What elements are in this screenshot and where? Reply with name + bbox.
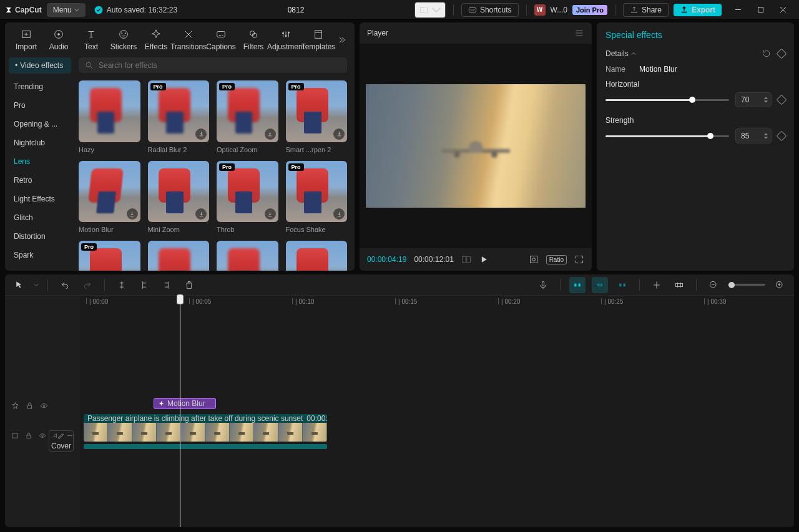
category-pro[interactable]: Pro xyxy=(5,96,75,115)
chevron-down-icon[interactable] xyxy=(34,283,39,288)
audio-strip[interactable] xyxy=(84,444,327,449)
category-light-effects[interactable]: Light Effects xyxy=(5,190,75,208)
tab-text[interactable]: Text xyxy=(75,29,107,51)
download-icon[interactable] xyxy=(265,128,276,140)
film-icon[interactable] xyxy=(11,432,19,440)
tab-adjustment[interactable]: Adjustment xyxy=(270,29,302,51)
zoom-in-button[interactable] xyxy=(772,277,788,293)
keyframe-icon[interactable] xyxy=(777,95,787,105)
keyframe-icon[interactable] xyxy=(777,49,787,59)
tab-effects[interactable]: Effects xyxy=(140,29,172,51)
param-slider[interactable] xyxy=(605,135,729,137)
track-align-button[interactable] xyxy=(649,277,665,293)
download-icon[interactable] xyxy=(127,208,138,220)
param-slider[interactable] xyxy=(605,99,729,101)
effect-item[interactable] xyxy=(217,241,278,271)
crop-button[interactable] xyxy=(671,277,687,293)
category-lens[interactable]: Lens xyxy=(5,152,75,171)
aspect-ratio-button[interactable] xyxy=(414,2,446,18)
tab-filters[interactable]: Filters xyxy=(237,29,270,51)
tracks-area[interactable]: | 00:00| 00:05| 00:10| 00:15| 00:20| 00:… xyxy=(80,296,794,527)
playhead[interactable] xyxy=(180,296,180,527)
effect-item[interactable]: Motion Blur xyxy=(79,161,140,234)
compare-icon[interactable] xyxy=(461,254,471,264)
split-button[interactable] xyxy=(114,277,130,293)
zoom-slider[interactable] xyxy=(728,284,765,286)
redo-button[interactable] xyxy=(79,277,96,293)
share-button[interactable]: Share xyxy=(623,3,669,17)
keyframe-icon[interactable] xyxy=(777,131,787,142)
effect-item[interactable]: ProSmart ...rpen 2 xyxy=(286,80,348,153)
video-effects-header[interactable]: •Video effects xyxy=(9,57,71,74)
effect-item[interactable]: Hazy xyxy=(79,80,140,153)
tab-transitions[interactable]: Transitions xyxy=(172,29,205,51)
effect-item[interactable] xyxy=(148,241,210,271)
menu-button[interactable]: Menu xyxy=(47,3,86,17)
download-icon[interactable] xyxy=(333,208,345,220)
effect-item[interactable] xyxy=(286,241,348,271)
join-pro-badge[interactable]: Join Pro xyxy=(572,5,607,15)
effect-item[interactable]: ProFocus Shake xyxy=(286,161,348,234)
tab-stickers[interactable]: Stickers xyxy=(107,29,140,51)
close-button[interactable] xyxy=(772,1,794,19)
effect-item[interactable]: ProRadial Blur 2 xyxy=(148,80,210,153)
category-nightclub[interactable]: Nightclub xyxy=(5,133,75,152)
download-icon[interactable] xyxy=(195,128,207,140)
link-button[interactable] xyxy=(592,277,608,293)
effect-item[interactable]: Mini Zoom xyxy=(148,161,210,234)
shortcuts-button[interactable]: Shortcuts xyxy=(461,3,519,17)
tabs-overflow[interactable] xyxy=(335,35,348,45)
collapse-icon[interactable] xyxy=(631,51,636,56)
category-glitch[interactable]: Glitch xyxy=(5,208,75,227)
video-clip[interactable]: Passenger airplane is climbing after tak… xyxy=(84,414,327,442)
fullscreen-icon[interactable] xyxy=(574,254,584,264)
video-preview[interactable] xyxy=(366,84,586,208)
download-icon[interactable] xyxy=(265,208,276,220)
category-spark[interactable]: Spark xyxy=(5,246,75,264)
eye-icon[interactable] xyxy=(39,432,46,440)
maximize-button[interactable] xyxy=(749,1,772,19)
search-input[interactable] xyxy=(99,61,341,70)
download-icon[interactable] xyxy=(333,128,345,140)
time-ruler[interactable]: | 00:00| 00:05| 00:10| 00:15| 00:20| 00:… xyxy=(80,296,794,309)
player-menu-icon[interactable] xyxy=(574,28,584,38)
magnet-button[interactable] xyxy=(569,277,586,293)
download-icon[interactable] xyxy=(195,208,207,220)
effect-item[interactable]: ProOptical Zoom xyxy=(217,80,278,153)
lock-icon[interactable] xyxy=(25,432,32,440)
search-effects[interactable] xyxy=(79,57,347,73)
star-icon[interactable] xyxy=(11,402,19,410)
lock-icon[interactable] xyxy=(26,402,34,410)
effect-item[interactable]: ProThrob xyxy=(217,161,278,234)
reset-icon[interactable] xyxy=(762,49,772,59)
undo-button[interactable] xyxy=(57,277,73,293)
tab-import[interactable]: Import xyxy=(10,29,42,51)
app-logo: CapCut xyxy=(5,6,42,14)
category-opening-[interactable]: Opening & ... xyxy=(5,115,75,133)
mic-button[interactable] xyxy=(535,277,551,293)
delete-button[interactable] xyxy=(181,277,197,293)
ratio-badge[interactable]: Ratio xyxy=(546,255,567,264)
play-icon[interactable] xyxy=(479,254,489,264)
category-distortion[interactable]: Distortion xyxy=(5,227,75,246)
cover-button[interactable]: Cover xyxy=(49,430,74,452)
tab-captions[interactable]: Captions xyxy=(205,29,237,51)
select-tool[interactable] xyxy=(11,277,27,293)
trim-left-button[interactable] xyxy=(136,277,152,293)
trim-right-button[interactable] xyxy=(159,277,175,293)
category-trending[interactable]: Trending xyxy=(5,77,75,96)
tab-audio[interactable]: Audio xyxy=(42,29,75,51)
export-button[interactable]: Export xyxy=(674,4,722,16)
effect-clip[interactable]: Motion Blur xyxy=(154,398,216,409)
param-value[interactable]: 85 xyxy=(735,128,772,143)
eye-icon[interactable] xyxy=(40,402,48,410)
minimize-button[interactable] xyxy=(727,1,749,19)
avatar[interactable]: W xyxy=(534,4,546,16)
scale-icon[interactable] xyxy=(529,254,539,264)
param-value[interactable]: 70 xyxy=(735,92,772,107)
tab-templates[interactable]: Templates xyxy=(302,29,335,51)
category-retro[interactable]: Retro xyxy=(5,171,75,190)
zoom-out-button[interactable] xyxy=(705,277,722,293)
preview-axis-button[interactable] xyxy=(614,277,630,293)
effect-item[interactable]: Pro xyxy=(79,241,140,271)
